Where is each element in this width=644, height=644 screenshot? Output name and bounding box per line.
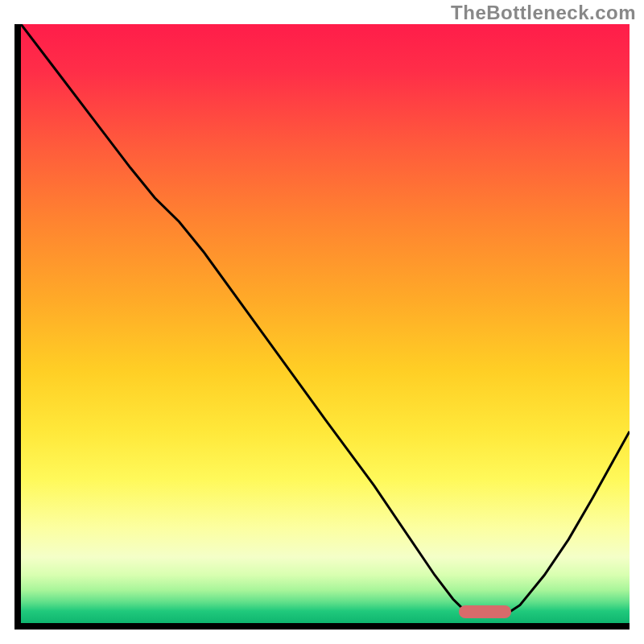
bottleneck-curve-path (21, 24, 630, 617)
curve-svg (21, 24, 630, 623)
plot-area (14, 24, 630, 630)
chart-frame: TheBottleneck.com (0, 0, 644, 644)
optimal-range-marker (459, 605, 510, 618)
watermark-text: TheBottleneck.com (451, 2, 636, 24)
